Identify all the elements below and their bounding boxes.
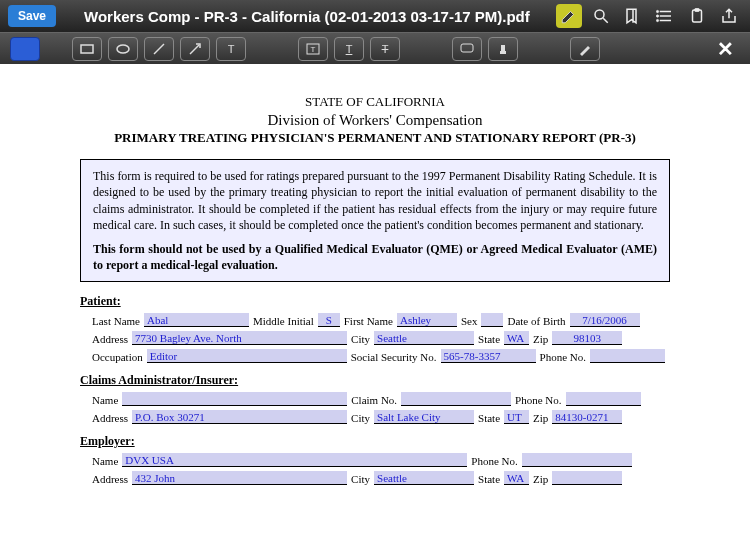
employer-address-field[interactable]: 432 John [132, 471, 347, 485]
last-name-field[interactable]: Abal [144, 313, 249, 327]
admin-row-2: Address P.O. Box 30271 City Salt Lake Ci… [92, 410, 670, 424]
stamp-tool[interactable] [488, 37, 518, 61]
admin-row-1: Name Claim No. Phone No. [92, 392, 670, 406]
search-icon[interactable] [588, 4, 614, 28]
strike-text-tool[interactable]: T [370, 37, 400, 61]
employer-row-1: Name DVX USA Phone No. [92, 453, 670, 467]
svg-point-5 [656, 10, 658, 12]
patient-zip-field[interactable]: 98103 [552, 331, 622, 345]
textbox-tool[interactable]: T [298, 37, 328, 61]
title-bar: Save Workers Comp - PR-3 - California (0… [0, 0, 750, 32]
claim-no-field[interactable] [401, 392, 511, 406]
line-tool[interactable] [144, 37, 174, 61]
svg-line-13 [190, 45, 199, 54]
dob-label: Date of Birth [507, 315, 565, 327]
employer-section-head: Employer: [80, 434, 670, 449]
emp-state-label: State [478, 473, 500, 485]
arrow-tool[interactable] [180, 37, 210, 61]
phone-label: Phone No. [540, 351, 586, 363]
svg-rect-10 [81, 45, 93, 53]
admin-city-field[interactable]: Salt Lake City [374, 410, 474, 424]
svg-point-0 [595, 10, 604, 19]
patient-phone-field[interactable] [590, 349, 665, 363]
admin-state-label: State [478, 412, 500, 424]
svg-rect-17 [500, 51, 506, 54]
admin-name-field[interactable] [122, 392, 347, 406]
admin-section-head: Claims Administrator/Insurer: [80, 373, 670, 388]
svg-text:T: T [311, 45, 316, 54]
first-name-label: First Name [344, 315, 393, 327]
document-viewport[interactable]: STATE OF CALIFORNIA Division of Workers'… [0, 64, 750, 548]
name-label: Name [92, 394, 118, 406]
bookmark-icon[interactable] [620, 4, 646, 28]
admin-address-label: Address [92, 412, 128, 424]
rectangle-tool[interactable] [72, 37, 102, 61]
occupation-field[interactable]: Editor [147, 349, 347, 363]
mi-label: Middle Initial [253, 315, 314, 327]
first-name-field[interactable]: Ashley [397, 313, 457, 327]
employer-city-field[interactable]: Seattle [374, 471, 474, 485]
document-title: Workers Comp - PR-3 - California (02-01-… [64, 8, 548, 25]
dob-field[interactable]: 7/16/2006 [570, 313, 640, 327]
state-line: STATE OF CALIFORNIA [80, 94, 670, 111]
employer-state-field[interactable]: WA [504, 471, 529, 485]
svg-line-12 [154, 44, 164, 54]
admin-state-field[interactable]: UT [504, 410, 529, 424]
employer-row-2: Address 432 John City Seattle State WA Z… [92, 471, 670, 485]
emp-zip-label: Zip [533, 473, 548, 485]
emp-name-label: Name [92, 455, 118, 467]
svg-rect-16 [461, 44, 473, 52]
sex-field[interactable] [481, 313, 503, 327]
close-toolbar-icon[interactable]: ✕ [711, 37, 740, 61]
patient-address-field[interactable]: 7730 Bagley Ave. North [132, 331, 347, 345]
patient-city-field[interactable]: Seattle [374, 331, 474, 345]
instructions-p1: This form is required to be used for rat… [93, 168, 657, 233]
document-header: STATE OF CALIFORNIA Division of Workers'… [80, 94, 670, 147]
employer-phone-field[interactable] [522, 453, 632, 467]
clipboard-icon[interactable] [684, 4, 710, 28]
occupation-label: Occupation [92, 351, 143, 363]
ellipse-tool[interactable] [108, 37, 138, 61]
employer-zip-field[interactable] [552, 471, 622, 485]
color-tool[interactable] [10, 37, 40, 61]
employer-name-field[interactable]: DVX USA [122, 453, 467, 467]
patient-section-head: Patient: [80, 294, 670, 309]
sex-label: Sex [461, 315, 478, 327]
underline-text-tool[interactable]: T [334, 37, 364, 61]
svg-point-11 [117, 45, 129, 53]
ssn-label: Social Security No. [351, 351, 437, 363]
state-label: State [478, 333, 500, 345]
admin-city-label: City [351, 412, 370, 424]
svg-rect-9 [695, 9, 700, 12]
instructions-p2: This form should not be used by a Qualif… [93, 241, 657, 273]
note-tool[interactable] [452, 37, 482, 61]
text-tool[interactable]: T [216, 37, 246, 61]
save-button[interactable]: Save [8, 5, 56, 27]
last-name-label: Last Name [92, 315, 140, 327]
patient-row-2: Address 7730 Bagley Ave. North City Seat… [92, 331, 670, 345]
svg-line-1 [603, 18, 608, 23]
mi-field[interactable]: S [318, 313, 340, 327]
patient-row-3: Occupation Editor Social Security No. 56… [92, 349, 670, 363]
pen-tool[interactable] [570, 37, 600, 61]
svg-point-7 [656, 19, 658, 21]
emp-address-label: Address [92, 473, 128, 485]
claim-no-label: Claim No. [351, 394, 397, 406]
share-icon[interactable] [716, 4, 742, 28]
emp-phone-label: Phone No. [471, 455, 517, 467]
svg-rect-18 [501, 45, 505, 51]
list-icon[interactable] [652, 4, 678, 28]
zip-label: Zip [533, 333, 548, 345]
address-label: Address [92, 333, 128, 345]
edit-icon[interactable] [556, 4, 582, 28]
ssn-field[interactable]: 565-78-3357 [441, 349, 536, 363]
division-line: Division of Workers' Compensation [80, 111, 670, 131]
admin-phone-label: Phone No. [515, 394, 561, 406]
svg-point-6 [656, 15, 658, 17]
admin-address-field[interactable]: P.O. Box 30271 [132, 410, 347, 424]
annotation-toolbar: T T T T ✕ [0, 32, 750, 64]
instructions-box: This form is required to be used for rat… [80, 159, 670, 282]
admin-phone-field[interactable] [566, 392, 641, 406]
admin-zip-field[interactable]: 84130-0271 [552, 410, 622, 424]
patient-state-field[interactable]: WA [504, 331, 529, 345]
